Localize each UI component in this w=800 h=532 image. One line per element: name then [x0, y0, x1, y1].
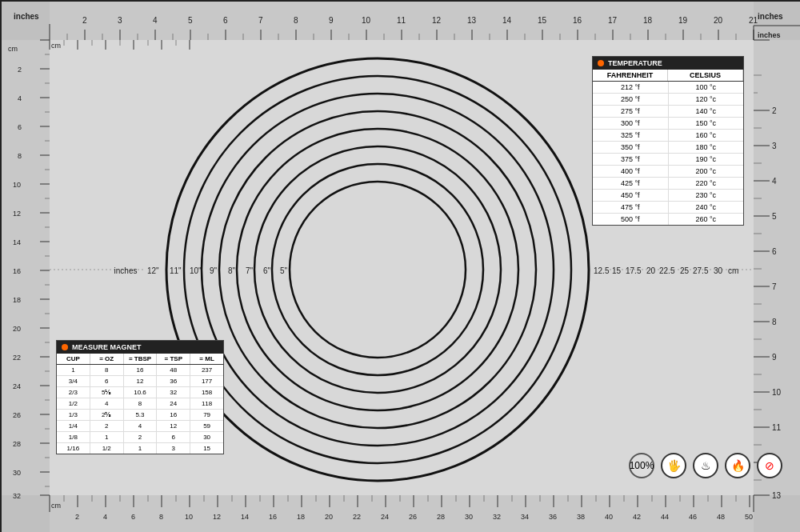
- temp-cell-fahrenheit: 300 °f: [593, 118, 669, 129]
- svg-text:10": 10": [190, 266, 202, 275]
- svg-text:5: 5: [188, 16, 193, 25]
- measure-cell: 1/3: [57, 410, 90, 420]
- svg-text:3: 3: [118, 16, 122, 25]
- measure-cell: 4: [124, 421, 158, 431]
- svg-text:6: 6: [131, 513, 135, 521]
- svg-text:4: 4: [772, 177, 777, 186]
- temp-cell-fahrenheit: 450 °f: [593, 190, 669, 201]
- measure-cell: 16: [157, 410, 190, 420]
- svg-text:40: 40: [605, 513, 613, 521]
- temperature-row: 500 °f 260 °c: [593, 214, 743, 225]
- temp-cell-celsius: 240 °c: [669, 202, 744, 213]
- icons-area: 100% 🖐 ♨ 🔥 ⊘: [629, 453, 782, 478]
- measure-title: MEASURE MAGNET: [72, 343, 142, 351]
- svg-text:20: 20: [646, 266, 656, 275]
- measure-cell: 4: [90, 398, 124, 409]
- svg-text:12: 12: [432, 16, 442, 25]
- svg-text:18: 18: [643, 16, 653, 25]
- measure-cell: 1/8: [57, 432, 90, 442]
- svg-text:11: 11: [397, 16, 406, 25]
- svg-text:2: 2: [82, 16, 87, 25]
- svg-text:32: 32: [13, 492, 21, 500]
- svg-text:30: 30: [465, 513, 473, 521]
- svg-text:8: 8: [18, 152, 22, 160]
- svg-text:2: 2: [18, 66, 22, 74]
- svg-text:12.5: 12.5: [594, 266, 610, 275]
- measure-cell: 177: [190, 376, 223, 386]
- measure-cell: 6: [157, 432, 190, 442]
- top-left-inches-label: inches: [14, 12, 39, 21]
- measure-row: 181648237: [57, 365, 223, 376]
- measure-cell: 1/16: [57, 443, 90, 454]
- temp-cell-fahrenheit: 475 °f: [593, 202, 669, 213]
- temperature-row: 475 °f 240 °c: [593, 202, 743, 214]
- svg-text:42: 42: [633, 513, 641, 521]
- svg-text:6: 6: [223, 16, 228, 25]
- svg-text:7": 7": [246, 266, 254, 275]
- svg-text:13: 13: [772, 491, 782, 500]
- svg-text:cm: cm: [51, 42, 61, 50]
- svg-text:22: 22: [13, 354, 21, 362]
- svg-text:30: 30: [714, 266, 723, 275]
- svg-text:cm: cm: [728, 266, 738, 275]
- svg-text:8: 8: [294, 16, 298, 25]
- svg-text:26: 26: [13, 411, 21, 419]
- svg-text:14: 14: [241, 513, 249, 521]
- temp-cell-celsius: 140 °c: [669, 106, 744, 117]
- svg-text:34: 34: [521, 513, 529, 521]
- measure-row: 1/4241259: [57, 421, 223, 432]
- svg-text:cm: cm: [51, 502, 61, 510]
- temperature-row: 450 °f 230 °c: [593, 190, 743, 202]
- temp-cell-fahrenheit: 212 °f: [593, 82, 669, 93]
- svg-text:28: 28: [437, 513, 445, 521]
- svg-text:4: 4: [103, 513, 107, 521]
- svg-text:16: 16: [573, 16, 582, 25]
- svg-text:5: 5: [772, 212, 777, 221]
- temperature-column-headers: FAHRENHEIT CELSIUS: [593, 70, 743, 82]
- measure-cell: 12: [157, 421, 190, 431]
- temp-cell-celsius: 100 °c: [669, 82, 744, 93]
- svg-rect-7: [2, 2, 50, 40]
- temperature-row: 275 °f 140 °c: [593, 106, 743, 118]
- measure-cell: 3/4: [57, 376, 90, 386]
- temperature-row: 250 °f 120 °c: [593, 94, 743, 106]
- svg-text:16: 16: [13, 267, 21, 275]
- measure-cell: 2⅔: [90, 410, 124, 420]
- svg-text:30: 30: [13, 469, 21, 477]
- fire-icon: 🔥: [725, 453, 750, 478]
- svg-text:14: 14: [13, 238, 21, 246]
- svg-text:50: 50: [745, 513, 753, 521]
- temp-cell-celsius: 230 °c: [669, 190, 744, 201]
- measure-cell: 59: [190, 421, 223, 431]
- measure-cell: 8: [124, 398, 158, 409]
- measure-cell: 12: [124, 376, 158, 386]
- temp-cell-celsius: 120 °c: [669, 94, 744, 105]
- svg-text:17.5: 17.5: [626, 266, 642, 275]
- temperature-table: TEMPERATURE FAHRENHEIT CELSIUS 212 °f 10…: [592, 56, 744, 226]
- svg-text:9: 9: [772, 353, 777, 362]
- svg-text:19: 19: [678, 16, 688, 25]
- temperature-row: 300 °f 150 °c: [593, 118, 743, 130]
- svg-text:36: 36: [549, 513, 557, 521]
- measure-cell: 158: [190, 387, 223, 398]
- svg-text:16: 16: [269, 513, 277, 521]
- measure-cell: 10.6: [124, 387, 158, 398]
- temperature-rows: 212 °f 100 °c 250 °f 120 °c 275 °f 140 °…: [593, 82, 743, 225]
- svg-text:7: 7: [772, 282, 777, 291]
- measure-cell: 5⅓: [90, 387, 124, 398]
- svg-text:18: 18: [13, 296, 21, 304]
- svg-text:24: 24: [13, 382, 21, 390]
- measure-row: 1/812630: [57, 432, 223, 443]
- svg-text:44: 44: [661, 513, 669, 521]
- measure-cell: 2: [90, 421, 124, 431]
- svg-text:38: 38: [577, 513, 585, 521]
- 100-percent-icon: 100%: [629, 453, 654, 478]
- measure-cell: 48: [157, 365, 190, 375]
- measure-cell: 8: [90, 365, 124, 375]
- measure-col-tsp: = TSP: [157, 354, 190, 364]
- hand-wash-icon: 🖐: [661, 453, 686, 478]
- measure-cell: 1: [57, 365, 90, 375]
- measure-cell: 1/2: [90, 443, 124, 454]
- svg-text:32: 32: [493, 513, 501, 521]
- measure-header: MEASURE MAGNET: [57, 341, 223, 354]
